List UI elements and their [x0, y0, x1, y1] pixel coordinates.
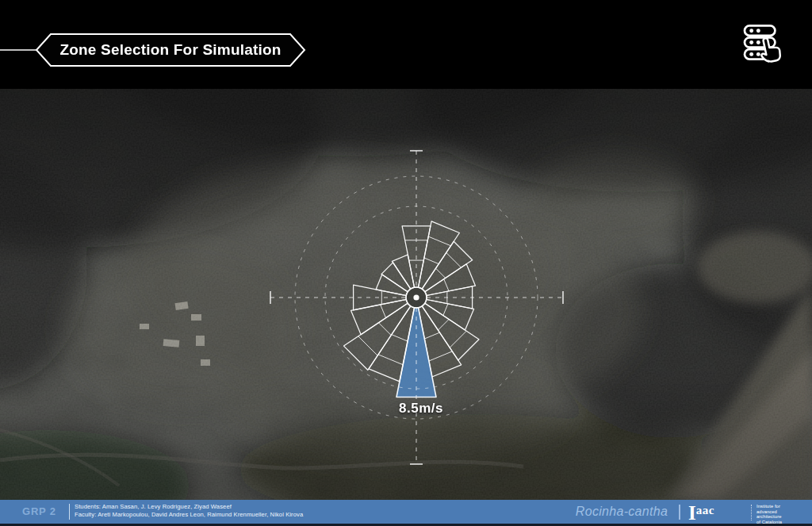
faculty-line: Faculty: Areti Markopoulou, David Andres…: [75, 511, 303, 519]
wind-speed-label: 8.5m/s: [381, 401, 461, 417]
iaac-logo-i: I: [688, 502, 696, 524]
project-name: Rocinha-cantha: [571, 505, 672, 519]
institute-divider: [751, 505, 752, 520]
credits: Students: Aman Sasan, J. Levy Rodriguez,…: [75, 503, 303, 519]
iaac-logo-aac: aac: [696, 504, 714, 516]
group-label: GRP 2: [22, 505, 56, 517]
page-title: Zone Selection For Simulation: [51, 33, 290, 67]
footer-bar: GRP 2 Students: Aman Sasan, J. Levy Rodr…: [0, 500, 812, 526]
terrain-texture: [0, 89, 812, 500]
pipe-divider: [679, 505, 680, 520]
dataset-select-icon[interactable]: [742, 24, 788, 65]
institute-name: Institute for advanced architecture of C…: [756, 504, 782, 524]
satellite-map: Google Earth: [0, 89, 812, 500]
students-line: Students: Aman Sasan, J. Levy Rodriguez,…: [75, 503, 303, 511]
slide: { "header": { "title": "Zone Selection F…: [0, 0, 812, 526]
credit-divider: [69, 504, 70, 520]
iaac-logo: Iaac: [688, 502, 714, 524]
top-bar: Zone Selection For Simulation: [0, 0, 812, 89]
